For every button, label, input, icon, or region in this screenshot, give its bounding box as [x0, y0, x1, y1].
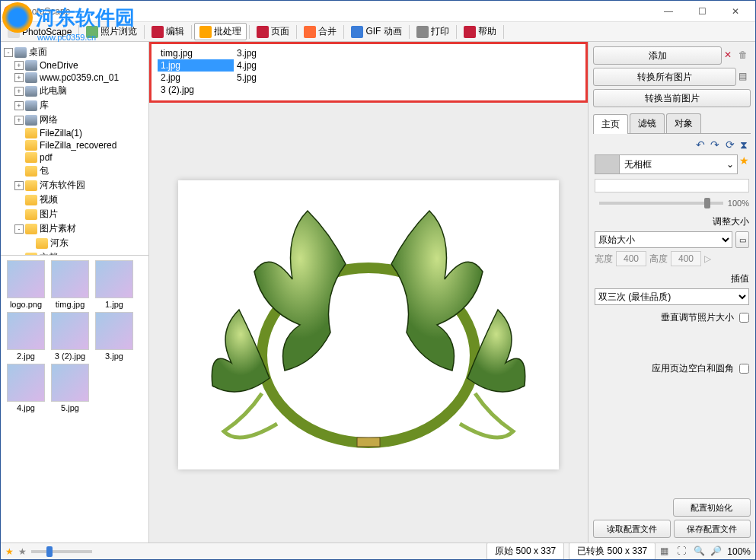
toolbar-PhotoScape[interactable]: PhotoScape	[3, 24, 76, 40]
tabs: 主页 滤镜 对象	[593, 113, 751, 134]
expand-icon[interactable]: +	[14, 101, 24, 110]
opacity-slider[interactable]	[599, 202, 723, 205]
expand-icon[interactable]: -	[14, 224, 24, 234]
left-zoom-slider[interactable]	[31, 550, 92, 553]
tree-item[interactable]: pdf	[4, 151, 145, 164]
tree-item[interactable]: 图片	[4, 207, 145, 221]
file-list-item[interactable]: 3 (2).jpg	[158, 84, 234, 96]
frame-strip[interactable]	[595, 179, 749, 192]
star-icon[interactable]: ★	[739, 154, 749, 167]
star-yellow-icon[interactable]: ★	[5, 546, 14, 557]
trash-icon[interactable]: 🗑	[738, 49, 751, 62]
expand-icon[interactable]: +	[14, 61, 24, 70]
interp-select[interactable]: 双三次 (最佳品质)	[595, 288, 749, 305]
undo-icon[interactable]: ↶	[696, 138, 705, 151]
save-config-button[interactable]: 保存配置文件	[674, 520, 751, 538]
expand-icon[interactable]: +	[14, 73, 24, 82]
file-list-item[interactable]: 2.jpg	[158, 72, 234, 84]
expand-icon[interactable]: -	[4, 48, 13, 57]
vert-adjust-checkbox[interactable]	[739, 313, 749, 323]
tab-object[interactable]: 对象	[666, 113, 701, 133]
folder-tree[interactable]: -桌面+OneDrive+www.pc0359.cn_01+此电脑+库+网络Fi…	[1, 42, 148, 255]
redo-icon[interactable]: ↷	[710, 138, 719, 151]
grid-icon[interactable]: ▦	[660, 546, 672, 558]
read-config-button[interactable]: 读取配置文件	[593, 520, 671, 538]
thumbnail[interactable]: 3.jpg	[94, 312, 135, 361]
tree-item[interactable]: +OneDrive	[4, 59, 145, 72]
folder-icon	[25, 128, 37, 138]
frame-select[interactable]: 无相框 ⌄	[595, 154, 738, 174]
zoom-out-icon[interactable]: 🔎	[710, 546, 723, 558]
width-label: 宽度	[595, 253, 613, 266]
frame-preview	[595, 155, 620, 173]
toolbar-页面[interactable]: 页面	[252, 24, 294, 40]
file-list-item[interactable]: 3.jpg	[234, 47, 310, 59]
file-list-item[interactable]: 4.jpg	[234, 59, 310, 72]
thumbnail[interactable]: logo.png	[5, 260, 46, 309]
left-panel: -桌面+OneDrive+www.pc0359.cn_01+此电脑+库+网络Fi…	[1, 42, 149, 542]
refresh-icon[interactable]: ⟳	[726, 138, 735, 151]
tree-item[interactable]: +网络	[4, 113, 145, 127]
height-input[interactable]	[671, 251, 701, 266]
tree-item[interactable]: FileZilla(1)	[4, 127, 145, 139]
close-button[interactable]: ✕	[719, 1, 752, 22]
toolbar-GIF 动画[interactable]: GIF 动画	[346, 24, 406, 40]
tree-item[interactable]: +库	[4, 98, 145, 113]
thumbnail[interactable]: 2.jpg	[5, 312, 46, 361]
tree-item[interactable]: FileZilla_recovered	[4, 139, 145, 151]
tree-item[interactable]: 包	[4, 164, 145, 178]
hourglass-icon[interactable]: ⧗	[740, 138, 748, 151]
toolbar-帮助[interactable]: 帮助	[459, 24, 501, 40]
thumbnail[interactable]: 5.jpg	[49, 364, 91, 412]
width-input[interactable]	[616, 251, 646, 266]
fit-icon[interactable]: ⛶	[677, 546, 689, 558]
tree-item[interactable]: +此电脑	[4, 84, 145, 98]
tree-item[interactable]: +河东软件园	[4, 178, 145, 192]
user-icon	[25, 72, 37, 83]
folder-icon	[36, 238, 48, 249]
file-list-item[interactable]: 1.jpg	[158, 59, 234, 72]
config-init-button[interactable]: 配置初始化	[673, 498, 751, 517]
file-list-item[interactable]: timg.jpg	[158, 47, 234, 59]
toolbar-照片浏览[interactable]: 照片浏览	[81, 24, 142, 40]
maximize-button[interactable]: ☐	[685, 1, 719, 22]
tree-item[interactable]: 视频	[4, 192, 145, 207]
delete-icon[interactable]: ✕	[724, 49, 736, 62]
resize-mode-select[interactable]: 原始大小	[595, 231, 732, 248]
batch-file-list[interactable]: timg.jpg1.jpg2.jpg3 (2).jpg3.jpg4.jpg5.j…	[149, 42, 588, 103]
minimize-button[interactable]: —	[652, 1, 685, 22]
convert-all-button[interactable]: 转换所有图片	[593, 68, 736, 86]
tab-home[interactable]: 主页	[593, 114, 628, 134]
tab-filter[interactable]: 滤镜	[630, 113, 665, 133]
thumbnail[interactable]: 3 (2).jpg	[49, 312, 91, 361]
expand-icon[interactable]: +	[14, 181, 24, 190]
toolbar-打印[interactable]: 打印	[412, 24, 454, 40]
expand-icon[interactable]: +	[14, 87, 24, 96]
file-list-item[interactable]: 5.jpg	[234, 72, 310, 84]
toolbar-批处理[interactable]: 批处理	[194, 23, 247, 40]
expand-icon[interactable]: +	[14, 116, 24, 125]
tab-content: ↶ ↷ ⟳ ⧗ 无相框 ⌄ ★ 100% 调整大小 原始大小	[593, 134, 751, 495]
resize-extra-button[interactable]: ▭	[735, 231, 749, 248]
thumbnail[interactable]: 4.jpg	[5, 364, 46, 412]
thumbnail-grid[interactable]: logo.pngtimg.jpg1.jpg2.jpg3 (2).jpg3.jpg…	[1, 255, 148, 542]
thumbnail[interactable]: 1.jpg	[94, 260, 135, 309]
add-button[interactable]: 添加	[593, 46, 722, 65]
tree-item[interactable]: -桌面	[4, 45, 145, 59]
chevron-down-icon[interactable]: ⌄	[723, 159, 737, 170]
play-icon[interactable]: ▷	[704, 253, 711, 264]
tree-item[interactable]: +www.pc0359.cn_01	[4, 72, 145, 84]
zoom-in-icon[interactable]: 🔍	[694, 546, 706, 558]
preview-area	[149, 107, 588, 542]
convert-current-button[interactable]: 转换当前图片	[593, 89, 751, 107]
toolbar-编辑[interactable]: 编辑	[147, 24, 189, 40]
tree-item[interactable]: 河东	[4, 236, 145, 250]
thumbnail[interactable]: timg.jpg	[49, 260, 91, 309]
window-title: PhotoScape	[21, 6, 652, 17]
star-grey-icon[interactable]: ★	[18, 546, 27, 557]
tree-item[interactable]: -图片素材	[4, 221, 145, 236]
toolbar-合并[interactable]: 合并	[299, 24, 341, 40]
folder-icon	[25, 195, 37, 205]
list-icon[interactable]: ▤	[738, 71, 751, 83]
margin-checkbox[interactable]	[739, 364, 749, 374]
